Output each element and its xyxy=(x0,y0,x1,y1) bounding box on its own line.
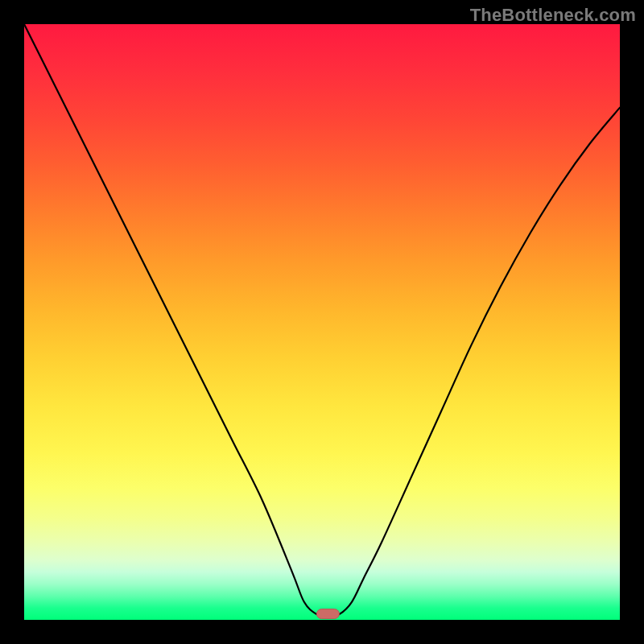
chart-container: TheBottleneck.com xyxy=(0,0,644,644)
curve-svg xyxy=(24,24,620,620)
watermark-text: TheBottleneck.com xyxy=(470,5,636,26)
bottleneck-curve xyxy=(24,24,620,617)
plot-area xyxy=(24,24,620,620)
optimal-marker xyxy=(316,609,339,619)
